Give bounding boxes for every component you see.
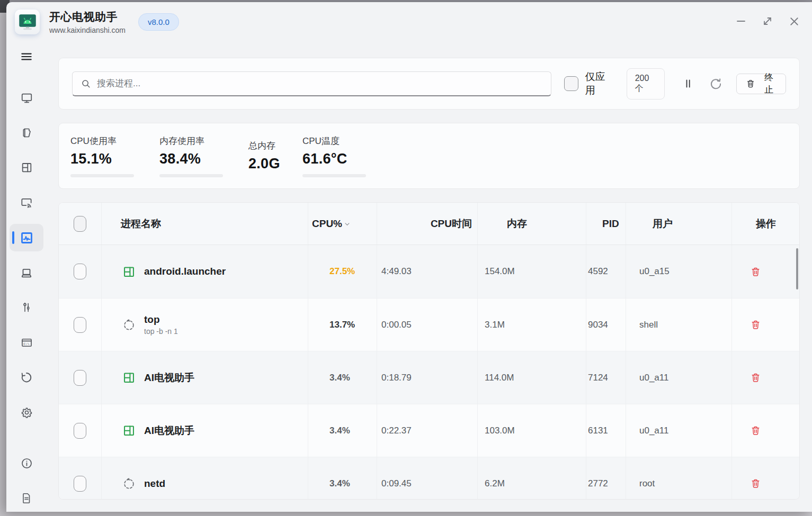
refresh-button[interactable] <box>709 77 723 91</box>
cpu-percent-value: 3.4% <box>329 426 350 436</box>
laptop-icon <box>20 266 33 279</box>
document-icon <box>20 492 33 504</box>
user-value: u0_a11 <box>639 373 668 383</box>
process-command: top -b -n 1 <box>144 327 178 336</box>
version-badge: v8.0.0 <box>138 13 179 31</box>
pause-button[interactable] <box>682 77 694 90</box>
memory-value: 154.0M <box>485 266 515 277</box>
svg-text:C:\: C:\ <box>23 342 30 346</box>
folder-icon <box>20 126 33 139</box>
cpu-time-value: 0:22.37 <box>381 426 412 436</box>
stat-total-memory: 总内存 2.0G <box>248 135 302 188</box>
pid-value: 4592 <box>588 266 608 277</box>
app-grid-icon <box>122 265 136 279</box>
settings-icon <box>20 406 33 419</box>
table-row[interactable]: netd 3.4% 0:09.45 6.2M 2772 root <box>59 457 799 500</box>
sidebar-item-terminal[interactable]: C:\ <box>10 329 43 356</box>
terminate-label: 终止 <box>761 71 777 96</box>
column-header-pid[interactable]: PID <box>586 203 626 245</box>
memory-value: 6.2M <box>485 478 505 489</box>
stat-label: CPU温度 <box>302 135 392 147</box>
app-window: 开心电视助手 www.kaixindianshi.com v8.0.0 C:\ <box>6 2 812 512</box>
sidebar-item-settings[interactable] <box>10 399 43 426</box>
terminate-button[interactable]: 终止 <box>736 74 786 94</box>
trash-icon <box>749 266 762 278</box>
pause-icon <box>682 77 694 90</box>
user-value: root <box>639 478 655 489</box>
row-checkbox[interactable] <box>74 423 86 439</box>
table-row[interactable]: AI电视助手 3.4% 0:22.37 103.0M 6131 u0_a11 <box>59 404 799 457</box>
memory-value: 3.1M <box>485 320 505 330</box>
column-header-actions: 操作 <box>731 203 799 245</box>
stats-panel: CPU使用率 15.1% 内存使用率 38.4% 总内存 2.0G CPU温度 … <box>58 123 800 189</box>
main-content: 仅应用 200个 终止 CPU使用率 1 <box>47 42 812 512</box>
history-icon <box>20 370 33 384</box>
table-row[interactable]: AI电视助手 3.4% 0:18.79 114.0M 7124 u0_a11 <box>59 351 799 404</box>
sidebar-item-history[interactable] <box>10 364 43 391</box>
sidebar-item-menu[interactable] <box>10 43 43 70</box>
app-logo-icon <box>15 10 40 34</box>
pid-value: 2772 <box>588 478 608 489</box>
scrollbar-thumb[interactable] <box>796 248 798 289</box>
activity-icon <box>20 231 34 245</box>
kill-process-button[interactable] <box>749 266 762 278</box>
kill-process-button[interactable] <box>749 372 762 384</box>
app-grid-icon <box>122 423 136 438</box>
sidebar-item-info[interactable] <box>10 449 43 477</box>
maximize-button[interactable] <box>757 11 778 32</box>
pid-value: 9034 <box>588 320 608 330</box>
spinner-icon <box>122 476 136 491</box>
refresh-icon <box>709 77 723 91</box>
sidebar-item-document[interactable] <box>10 484 43 512</box>
stat-value: 61.6°C <box>302 151 392 167</box>
active-indicator <box>12 231 14 244</box>
select-all-checkbox[interactable] <box>74 216 86 232</box>
sidebar-item-activity[interactable] <box>10 224 43 251</box>
kill-process-button[interactable] <box>749 319 762 331</box>
column-header-cpu[interactable]: CPU% <box>308 203 377 245</box>
sidebar-item-tv[interactable] <box>10 84 43 111</box>
table-row[interactable]: android.launcher 27.5% 4:49.03 154.0M 45… <box>59 245 799 298</box>
tools-icon <box>20 301 33 314</box>
app-grid-icon <box>122 370 136 385</box>
column-header-name[interactable]: 进程名称 <box>101 203 308 245</box>
apps-only-label: 仅应用 <box>585 70 614 97</box>
trash-icon <box>749 477 762 490</box>
row-checkbox[interactable] <box>74 370 86 386</box>
process-name: AI电视助手 <box>144 371 194 385</box>
process-count-badge[interactable]: 200个 <box>627 68 665 99</box>
tv-icon <box>20 91 33 104</box>
sidebar-item-apps[interactable] <box>10 153 43 181</box>
pid-value: 6131 <box>588 426 608 436</box>
row-checkbox[interactable] <box>74 264 86 279</box>
sidebar-item-folder[interactable] <box>10 119 43 147</box>
apps-only-checkbox[interactable] <box>564 76 578 91</box>
cpu-time-value: 4:49.03 <box>381 266 412 277</box>
search-icon <box>80 78 92 92</box>
minimize-icon <box>735 15 747 28</box>
row-checkbox[interactable] <box>74 317 86 333</box>
cast-icon <box>20 196 33 210</box>
trash-icon <box>745 78 756 89</box>
sidebar-item-laptop[interactable] <box>10 259 43 286</box>
close-icon <box>788 15 801 28</box>
column-header-memory[interactable]: 内存 <box>477 203 586 245</box>
kill-process-button[interactable] <box>749 477 762 490</box>
kill-process-button[interactable] <box>749 424 762 437</box>
close-button[interactable] <box>783 11 805 32</box>
row-checkbox[interactable] <box>74 476 86 492</box>
cpu-percent-value: 27.5% <box>329 266 355 277</box>
stat-value: 38.4% <box>159 151 248 167</box>
sidebar-item-cast[interactable] <box>10 189 43 216</box>
stat-value: 2.0G <box>248 156 302 172</box>
pid-value: 7124 <box>588 373 608 383</box>
minimize-button[interactable] <box>730 11 752 32</box>
table-row[interactable]: top top -b -n 1 13.7% 0:00.05 3.1M 9034 … <box>59 298 799 351</box>
sidebar-item-tools[interactable] <box>10 294 43 321</box>
cpu-time-value: 0:18.79 <box>381 373 412 383</box>
search-input[interactable] <box>72 71 551 96</box>
stat-label: 总内存 <box>248 140 302 152</box>
column-header-user[interactable]: 用户 <box>626 203 731 245</box>
memory-value: 103.0M <box>485 426 515 436</box>
column-header-cpu-time[interactable]: CPU时间 <box>377 203 477 245</box>
